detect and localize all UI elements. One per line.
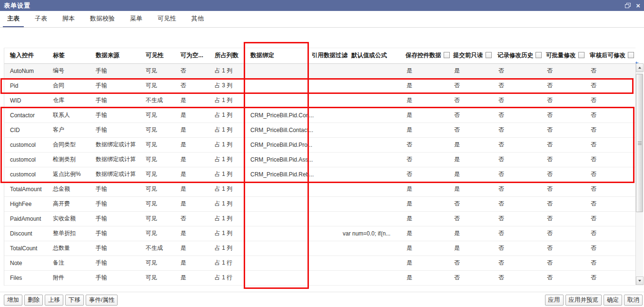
- cell-ref-filter: [310, 182, 342, 196]
- cell-modify-history: 否: [495, 123, 543, 137]
- cell-source: 手输: [90, 108, 140, 123]
- window-buttons: ×: [625, 2, 640, 9]
- cell-modify-history: 否: [495, 226, 543, 241]
- cell-audit-modify: 否: [587, 137, 635, 152]
- cell-audit-modify: 否: [587, 93, 635, 108]
- tab-menu[interactable]: 菜单: [126, 11, 147, 27]
- cell-save-data: 是: [403, 241, 450, 256]
- cell-binding: [245, 63, 310, 78]
- cell-visibility: 可见: [140, 78, 175, 93]
- tab-main-table[interactable]: 主表: [3, 11, 24, 27]
- table-row[interactable]: WID仓库手输不生成是占 1 列是否否否否: [4, 93, 635, 108]
- cancel-button[interactable]: 取消: [624, 295, 643, 306]
- cell-audit-modify: 否: [587, 78, 635, 93]
- cell-batch-modify: 否: [543, 123, 587, 137]
- move-down-button[interactable]: 下移: [65, 295, 84, 306]
- cell-visibility: 可见: [140, 182, 175, 196]
- scroll-up-icon[interactable]: [636, 63, 644, 72]
- table-row[interactable]: customcol返点比例%数据绑定或计算可见是占 1 列CRM_PriceBi…: [4, 167, 635, 182]
- cell-ref-filter: [310, 256, 342, 270]
- cell-nullable: 是: [175, 196, 209, 211]
- tab-sub-table[interactable]: 子表: [30, 11, 51, 27]
- table-row[interactable]: TotalCount总数量手输不生成是占 1 列是是否否否: [4, 241, 635, 256]
- header-checkbox-save-data[interactable]: [444, 52, 450, 58]
- table-row[interactable]: Contactor联系人手输可见是占 1 列CRM_PriceBill.Pid.…: [4, 108, 635, 123]
- table-row[interactable]: Pid合同手输可见否占 3 列是否否否否: [4, 78, 635, 93]
- cell-ref-filter: [310, 196, 342, 211]
- cell-readonly-before-submit: 是: [450, 241, 495, 256]
- cell-source: 手输: [90, 256, 140, 270]
- cell-modify-history: 否: [495, 211, 543, 226]
- tab-other[interactable]: 其他: [187, 11, 208, 27]
- cell-source: 手输: [90, 211, 140, 226]
- table-row[interactable]: customcol检测类别数据绑定或计算可见是占 1 列CRM_PriceBil…: [4, 152, 635, 167]
- header-checkbox-readonly-before-submit[interactable]: [485, 52, 492, 58]
- tab-script[interactable]: 脚本: [58, 11, 79, 27]
- table-row[interactable]: PaidAmount实收金额手输可见否占 1 列是否否否否: [4, 211, 635, 226]
- table-row[interactable]: customcol合同类型数据绑定或计算可见是占 1 列CRM_PriceBil…: [4, 137, 635, 152]
- move-up-button[interactable]: 上移: [45, 295, 63, 306]
- cell-col-span: 占 1 列: [209, 226, 245, 241]
- cell-label: 高开费: [47, 196, 90, 211]
- cell-col-span: 占 3 列: [209, 78, 245, 93]
- table-row[interactable]: AutoNum编号手输可见否占 1 列是是否否否: [4, 63, 635, 78]
- cell-col-span: 占 1 行: [209, 270, 245, 285]
- cell-nullable: 是: [175, 226, 209, 241]
- vertical-scrollbar[interactable]: [635, 63, 643, 285]
- cell-nullable: 是: [175, 137, 209, 152]
- cell-batch-modify: 否: [543, 152, 587, 167]
- col-header-col-span: 所占列数: [209, 48, 245, 63]
- cell-visibility: 可见: [140, 256, 175, 270]
- cell-save-data: 是: [403, 270, 450, 285]
- cell-ref-filter: [310, 108, 342, 123]
- tab-visibility[interactable]: 可见性: [153, 11, 180, 27]
- header-checkbox-batch-modify[interactable]: [578, 52, 585, 58]
- cell-source: 手输: [90, 241, 140, 256]
- col-header-control: 输入控件: [4, 48, 47, 63]
- cell-nullable: 是: [175, 152, 209, 167]
- cell-batch-modify: 否: [543, 93, 587, 108]
- cell-formula: [342, 167, 403, 182]
- add-button[interactable]: 增加: [4, 295, 22, 306]
- close-icon[interactable]: ×: [636, 2, 640, 9]
- cell-batch-modify: 否: [543, 226, 587, 241]
- header-checkbox-modify-history[interactable]: [535, 52, 542, 58]
- cell-label: 总数量: [47, 241, 90, 256]
- cell-modify-history: 否: [495, 137, 543, 152]
- cell-col-span: 占 1 列: [209, 241, 245, 256]
- cell-visibility: 不生成: [140, 241, 175, 256]
- event-property-button[interactable]: 事件/属性: [86, 295, 118, 306]
- table-row[interactable]: HighFee高开费手输可见是占 1 列是否否否否: [4, 196, 635, 211]
- cell-nullable: 是: [175, 182, 209, 196]
- restore-icon[interactable]: [625, 3, 631, 8]
- cell-binding: CRM_PriceBill.Pid.Con...: [245, 108, 310, 123]
- cell-label: 实收金额: [47, 211, 90, 226]
- cell-ref-filter: [310, 63, 342, 78]
- table-row[interactable]: Discount整单折扣手输可见是占 1 列var num=0.0; if(n.…: [4, 226, 635, 241]
- cell-ref-filter: [310, 211, 342, 226]
- cell-batch-modify: 否: [543, 270, 587, 285]
- table-row[interactable]: Files附件手输可见是占 1 行是否否否否: [4, 270, 635, 285]
- cell-source: 手输: [90, 270, 140, 285]
- cell-ref-filter: [310, 137, 342, 152]
- tab-data-validation[interactable]: 数据校验: [86, 11, 119, 27]
- cell-formula: [342, 211, 403, 226]
- apply-preview-button[interactable]: 应用并预览: [565, 295, 602, 306]
- table-row[interactable]: TotalAmount总金额手输可见是占 1 列是是否否否: [4, 182, 635, 196]
- col-header-label: 可为空...: [180, 52, 203, 59]
- cell-visibility: 不生成: [140, 93, 175, 108]
- scrollbar-thumb[interactable]: [636, 74, 643, 212]
- cell-visibility: 可见: [140, 226, 175, 241]
- delete-button[interactable]: 删除: [24, 295, 43, 306]
- col-header-label: 可见性: [146, 52, 164, 59]
- apply-button[interactable]: 应用: [545, 295, 564, 306]
- cell-save-data: 是: [403, 256, 450, 270]
- cell-readonly-before-submit: 是: [450, 152, 495, 167]
- table-row[interactable]: CID客户手输可见是占 1 列CRM_PriceBill.Contact...是…: [4, 123, 635, 137]
- table-row[interactable]: Note备注手输可见是占 1 行是否否否否: [4, 256, 635, 270]
- ok-button[interactable]: 确定: [604, 295, 622, 306]
- header-checkbox-audit-modify[interactable]: [628, 52, 634, 58]
- cell-binding: [245, 241, 310, 256]
- scroll-down-icon[interactable]: [636, 276, 644, 285]
- cell-batch-modify: 否: [543, 256, 587, 270]
